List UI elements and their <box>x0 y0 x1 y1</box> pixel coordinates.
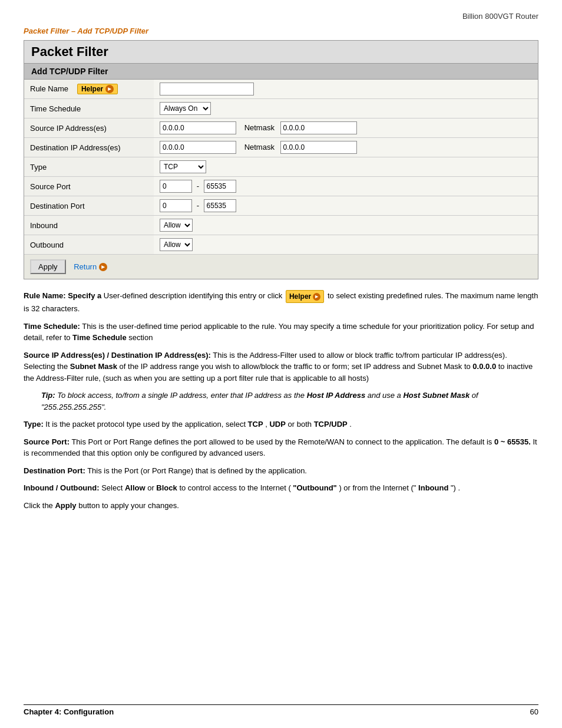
source-ip-row: Source IP Address(es) Netmask <box>24 118 538 138</box>
time-schedule-desc: Time Schedule: This is the user-defined … <box>24 321 538 344</box>
dest-netmask-input[interactable] <box>280 141 357 154</box>
source-dest-ip-desc: Source IP Address(es) / Destination IP A… <box>24 350 538 384</box>
source-port-label: Source Port <box>24 177 154 196</box>
dest-port-value-cell: - <box>154 196 538 216</box>
rule-name-value-cell <box>154 80 538 99</box>
source-netmask-input[interactable] <box>280 121 357 134</box>
helper-arrow-icon: ► <box>105 85 114 93</box>
dest-ip-input[interactable] <box>160 141 236 154</box>
source-ip-label: Source IP Address(es) <box>24 118 154 138</box>
tip-desc: Tip: To block access, to/from a single I… <box>41 390 538 413</box>
type-label: Type <box>24 157 154 177</box>
source-netmask-label: Netmask <box>244 123 275 132</box>
packet-filter-heading: Packet Filter <box>24 41 538 64</box>
footer-chapter: Chapter 4: Configuration <box>24 707 114 716</box>
dest-ip-value-cell: Netmask <box>154 138 538 157</box>
return-link[interactable]: Return ► <box>74 262 107 271</box>
dest-ip-row: Destination IP Address(es) Netmask <box>24 138 538 157</box>
rule-name-label: Rule Name Helper ► <box>24 80 154 99</box>
page-container: Billion 800VGT Router Packet Filter – Ad… <box>0 0 562 728</box>
inbound-outbound-desc: Inbound / Outbound: Select Allow or Bloc… <box>24 482 538 494</box>
outbound-label: Outbound <box>24 235 154 255</box>
source-ip-input[interactable] <box>160 121 236 134</box>
section-title: Packet Filter – Add TCP/UDP Filter <box>24 27 538 35</box>
return-arrow-icon: ► <box>99 263 107 271</box>
inbound-value-cell: Allow Block <box>154 216 538 235</box>
add-filter-subheading: Add TCP/UDP Filter <box>24 64 538 80</box>
time-schedule-value-cell: Always On Schedule 1 Schedule 2 <box>154 99 538 118</box>
filter-table: Rule Name Helper ► Time Schedule Always … <box>24 80 538 279</box>
type-row: Type TCP UDP TCP/UDP <box>24 157 538 177</box>
footer-page: 60 <box>530 707 538 716</box>
dest-port-from-input[interactable] <box>160 199 192 212</box>
dest-ip-label: Destination IP Address(es) <box>24 138 154 157</box>
page-header: Billion 800VGT Router <box>24 12 538 21</box>
apply-cell: Apply Return ► <box>24 255 538 279</box>
dest-port-to-input[interactable] <box>204 199 236 212</box>
outbound-value-cell: Allow Block <box>154 235 538 255</box>
dest-netmask-label: Netmask <box>244 143 275 151</box>
dest-port-separator: - <box>197 201 199 210</box>
packet-filter-box: Packet Filter Add TCP/UDP Filter Rule Na… <box>24 40 538 279</box>
time-schedule-label: Time Schedule <box>24 99 154 118</box>
footer-line: Chapter 4: Configuration 60 <box>24 704 538 716</box>
return-label: Return <box>74 262 97 271</box>
type-desc: Type: It is the packet protocol type use… <box>24 419 538 430</box>
inbound-label: Inbound <box>24 216 154 235</box>
rule-name-row: Rule Name Helper ► <box>24 80 538 99</box>
apply-desc: Click the Apply button to apply your cha… <box>24 500 538 512</box>
type-select[interactable]: TCP UDP TCP/UDP <box>160 160 206 173</box>
source-port-value-cell: - <box>154 177 538 196</box>
helper-label: Helper <box>81 85 103 93</box>
apply-button[interactable]: Apply <box>30 259 66 274</box>
page-title: Billion 800VGT Router <box>462 12 538 21</box>
dest-port-row: Destination Port - <box>24 196 538 216</box>
time-schedule-row: Time Schedule Always On Schedule 1 Sched… <box>24 99 538 118</box>
page-footer: Chapter 4: Configuration 60 <box>0 704 562 716</box>
source-port-to-input[interactable] <box>204 180 236 193</box>
source-port-desc: Source Port: This Port or Port Range def… <box>24 436 538 459</box>
source-port-separator: - <box>197 182 199 190</box>
apply-row: Apply Return ► <box>24 255 538 279</box>
helper-button[interactable]: Helper ► <box>77 84 118 94</box>
type-value-cell: TCP UDP TCP/UDP <box>154 157 538 177</box>
outbound-select[interactable]: Allow Block <box>160 238 193 251</box>
helper-inline-icon: Helper ► <box>286 290 324 303</box>
source-port-row: Source Port - <box>24 177 538 196</box>
inbound-row: Inbound Allow Block <box>24 216 538 235</box>
dest-port-desc: Destination Port: This is the Port (or P… <box>24 465 538 477</box>
source-port-from-input[interactable] <box>160 180 192 193</box>
outbound-row: Outbound Allow Block <box>24 235 538 255</box>
dest-port-label: Destination Port <box>24 196 154 216</box>
time-schedule-select[interactable]: Always On Schedule 1 Schedule 2 <box>160 102 211 115</box>
rule-name-desc: Rule Name: Specify a User-defined descri… <box>24 290 538 315</box>
inbound-select[interactable]: Allow Block <box>160 219 193 232</box>
rule-name-input[interactable] <box>160 83 254 95</box>
source-ip-value-cell: Netmask <box>154 118 538 138</box>
description-section: Rule Name: Specify a User-defined descri… <box>24 290 538 511</box>
